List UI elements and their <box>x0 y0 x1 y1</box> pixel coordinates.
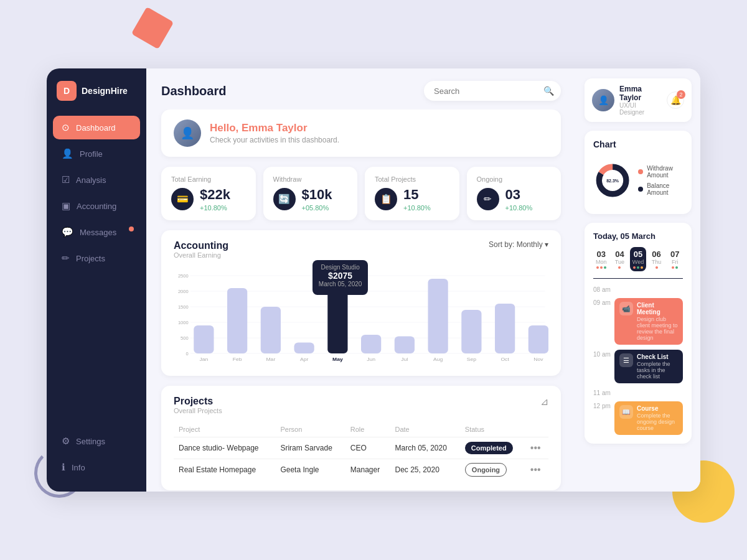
day-dots <box>631 266 645 269</box>
day-name: Tue <box>613 259 627 265</box>
user-name: Emma Taylor <box>619 85 662 102</box>
event-desc: Complete the tasks in the check list <box>637 361 678 380</box>
sidebar-item-label: Analysis <box>76 175 106 185</box>
event-info: Course Complete the ongoing design cours… <box>637 405 678 431</box>
search-bar[interactable]: 🔍 <box>424 81 561 101</box>
svg-rect-28 <box>461 310 481 353</box>
svg-text:Jun: Jun <box>367 356 375 362</box>
event-info: Client Meeting Design club client meetin… <box>637 302 678 341</box>
sidebar-item-messages[interactable]: 💬 Messages <box>53 220 140 244</box>
day-cell[interactable]: 05 Wed <box>630 247 646 271</box>
sidebar-item-accounting[interactable]: ▣ Accounting <box>53 194 140 218</box>
sidebar-item-label: Accounting <box>77 202 116 211</box>
stat-card: Ongoing ✏ 03 +10.80% <box>467 167 561 220</box>
info-icon: ℹ <box>62 462 65 473</box>
day-dots <box>613 266 627 269</box>
col-project: Project <box>174 422 275 437</box>
project-status: Completed <box>460 437 525 459</box>
sidebar-item-settings[interactable]: ⚙ Settings <box>53 429 140 453</box>
search-input[interactable] <box>434 86 538 96</box>
stat-row: 🔄 $10k +05.80% <box>273 187 348 212</box>
profile-icon: 👤 <box>62 148 73 159</box>
event-card[interactable]: 📹 Client Meeting Design club client meet… <box>614 298 683 345</box>
sidebar-item-dashboard[interactable]: ⊙ Dashboard <box>53 116 140 139</box>
logo-icon: D <box>57 81 77 101</box>
time-row: 12 pm📖 Course Complete the ongoing desig… <box>593 401 683 435</box>
accounting-section: Accounting Overall Earning Sort by: Mont… <box>161 230 561 376</box>
chart-widget-title: Chart <box>593 139 683 149</box>
svg-text:2500: 2500 <box>178 273 189 279</box>
settings-icon: ⚙ <box>62 436 70 447</box>
app-container: D DesignHire ⊙ Dashboard 👤 Profile ☑ Ana… <box>47 68 700 492</box>
day-dot <box>600 266 603 269</box>
sort-button[interactable]: Sort by: Monthly ▾ <box>489 240 548 249</box>
sidebar-item-label: Messages <box>80 228 116 237</box>
time-row: 11 am <box>593 388 683 396</box>
table-row: Real Estate Homepage Geeta Ingle Manager… <box>174 459 548 481</box>
day-cell[interactable]: 04 Tue <box>612 247 628 271</box>
project-actions[interactable]: ••• <box>525 437 548 459</box>
table-row: Dance studio- Webpage Sriram Sarvade CEO… <box>174 437 548 459</box>
user-avatar: 👤 <box>592 89 614 111</box>
page-title: Dashboard <box>161 84 416 98</box>
main-content: Dashboard 🔍 👤 Hello, Emma Taylor Check y… <box>146 68 576 492</box>
accounting-icon: ▣ <box>62 200 70 212</box>
user-info: Emma Taylor UX/UI Designer <box>619 85 662 116</box>
row-actions-button[interactable]: ••• <box>530 464 541 475</box>
svg-text:Sep: Sep <box>467 356 477 362</box>
projects-title: Projects <box>174 396 222 407</box>
sidebar-item-profile[interactable]: 👤 Profile <box>53 142 140 166</box>
accounting-title: Accounting <box>174 240 228 251</box>
day-cell[interactable]: 07 Fri <box>667 247 683 271</box>
time-label: 12 pm <box>593 401 611 409</box>
project-person: Sriram Sarvade <box>275 437 345 459</box>
day-number: 04 <box>613 250 627 259</box>
event-card[interactable]: 📖 Course Complete the ongoing design cou… <box>614 401 683 435</box>
donut-container: 82.3% Withdraw Amount Balance Amount <box>593 156 683 205</box>
col-person: Person <box>275 422 345 437</box>
logo-text: DesignHire <box>82 86 128 96</box>
filter-button[interactable]: ⊿ <box>540 396 548 408</box>
time-row: 09 am📹 Client Meeting Design club client… <box>593 298 683 345</box>
svg-text:May: May <box>332 356 343 362</box>
greeting-text: Hello, Emma Taylor Check your activities… <box>210 122 339 144</box>
stat-card: Withdraw 🔄 $10k +05.80% <box>263 167 358 220</box>
notification-bell[interactable]: 🔔 2 <box>667 91 684 109</box>
sidebar-item-label: Info <box>72 463 85 472</box>
time-slots: 08 am09 am📹 Client Meeting Design club c… <box>593 285 683 435</box>
stat-icon: 💳 <box>171 188 194 210</box>
donut-legend: Withdraw Amount Balance Amount <box>638 165 683 196</box>
day-dots <box>650 266 664 269</box>
svg-text:Nov: Nov <box>533 356 543 362</box>
sidebar-item-info[interactable]: ℹ Info <box>53 455 140 479</box>
nav-items: ⊙ Dashboard 👤 Profile ☑ Analysis ▣ Accou… <box>47 116 146 429</box>
avatar: 👤 <box>174 119 201 147</box>
accounting-subtitle: Overall Earning <box>174 251 228 259</box>
sidebar-item-projects[interactable]: ✏ Projects <box>53 246 140 270</box>
calendar-title: Today, 05 March <box>593 231 683 241</box>
project-person: Geeta Ingle <box>275 459 345 481</box>
event-card[interactable]: ☰ Check List Complete the tasks in the c… <box>614 350 683 383</box>
calendar-widget: Today, 05 March 03 Mon 04 Tue 05 Wed 06 … <box>585 223 692 444</box>
legend-label: Balance Amount <box>647 182 683 196</box>
svg-text:Aug: Aug <box>433 356 443 362</box>
legend-dot <box>638 187 643 192</box>
day-cell[interactable]: 06 Thu <box>649 247 665 271</box>
dashboard-icon: ⊙ <box>62 122 70 133</box>
sidebar-logo: D DesignHire <box>47 81 146 116</box>
day-cell[interactable]: 03 Mon <box>593 247 609 271</box>
project-actions[interactable]: ••• <box>525 459 548 481</box>
sidebar-item-analysis[interactable]: ☑ Analysis <box>53 168 140 192</box>
time-label: 10 am <box>593 350 611 358</box>
svg-text:500: 500 <box>181 335 189 341</box>
analysis-icon: ☑ <box>62 174 70 185</box>
day-dot <box>641 266 643 269</box>
projects-icon: ✏ <box>62 253 70 264</box>
stat-icon: 📋 <box>375 188 397 210</box>
avatar-image: 👤 <box>174 119 201 147</box>
row-actions-button[interactable]: ••• <box>530 442 541 454</box>
user-card: 👤 Emma Taylor UX/UI Designer 🔔 2 <box>585 78 692 122</box>
right-panel: 👤 Emma Taylor UX/UI Designer 🔔 2 Chart <box>576 68 700 492</box>
projects-header: Projects Overall Projects ⊿ <box>174 396 548 414</box>
sidebar-item-label: Dashboard <box>76 123 116 133</box>
